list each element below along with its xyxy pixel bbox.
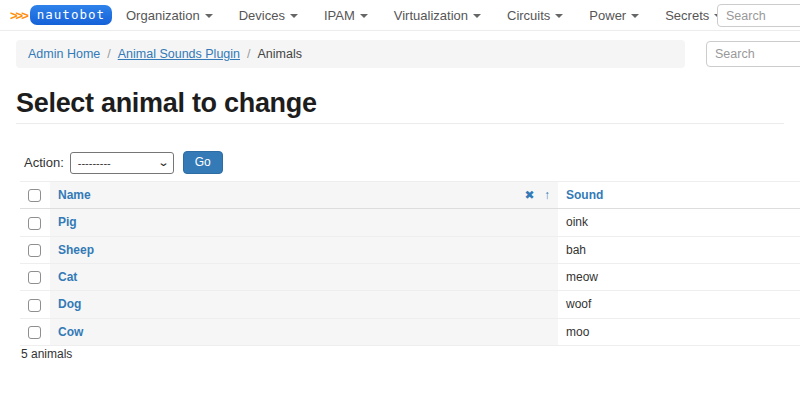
chevron-down-icon (555, 14, 563, 18)
animal-sound-cell: moo (558, 318, 800, 345)
action-select[interactable]: --------- ⌄ (70, 152, 174, 174)
go-button[interactable]: Go (183, 151, 223, 174)
animal-name-link[interactable]: Dog (58, 297, 81, 311)
animal-name-link[interactable]: Cow (58, 325, 83, 339)
navbar-item-label: IPAM (324, 8, 355, 23)
sort-ascending-icon[interactable]: ↑ (544, 188, 550, 202)
navbar-item-circuits[interactable]: Circuits (507, 8, 563, 23)
action-row: Action: --------- ⌄ Go (24, 151, 223, 174)
chevron-down-icon (473, 14, 481, 18)
chevron-down-icon (205, 14, 213, 18)
animal-sound-cell: oink (558, 209, 800, 236)
navbar-item-organization[interactable]: Organization (126, 8, 213, 23)
action-label: Action: (24, 155, 64, 170)
table-body: PigoinkSheepbahCatmeowDogwoofCowmoo (20, 209, 800, 346)
navbar-item-virtualization[interactable]: Virtualization (394, 8, 481, 23)
nautobot-logo[interactable]: >>> nautobot (10, 5, 112, 25)
table-row: Pigoink (20, 209, 800, 236)
row-checkbox[interactable] (28, 326, 41, 339)
navbar-item-devices[interactable]: Devices (239, 8, 298, 23)
chevron-down-icon (360, 14, 368, 18)
navbar-item-label: Secrets (665, 8, 709, 23)
breadcrumb: Admin Home/Animal Sounds Plugin/Animals (16, 40, 685, 68)
navbar-item-label: Power (589, 8, 626, 23)
row-checkbox[interactable] (28, 217, 41, 230)
navbar-item-secrets[interactable]: Secrets (665, 8, 722, 23)
select-all-checkbox[interactable] (28, 189, 41, 202)
animal-sound-cell: woof (558, 291, 800, 318)
animal-sound-cell: bah (558, 236, 800, 263)
navbar-menu: OrganizationDevicesIPAMVirtualizationCir… (126, 8, 800, 23)
top-navbar: >>> nautobot OrganizationDevicesIPAMVirt… (0, 0, 800, 31)
table-row: Cowmoo (20, 318, 800, 345)
app-root: >>> nautobot OrganizationDevicesIPAMVirt… (0, 0, 800, 410)
animals-table: Name ✖ ↑ Sound PigoinkSheepbahCatmeowDog… (20, 181, 800, 346)
title-divider (16, 123, 784, 124)
logo-chevrons-icon: >>> (10, 8, 27, 23)
table-row: Dogwoof (20, 291, 800, 318)
table-row: Sheepbah (20, 236, 800, 263)
navbar-item-label: Organization (126, 8, 200, 23)
result-count: 5 animals (21, 347, 72, 361)
remove-sort-icon[interactable]: ✖ (525, 188, 535, 202)
column-header-name[interactable]: Name (58, 188, 91, 202)
sort-tools: ✖ ↑ (519, 188, 550, 202)
row-checkbox[interactable] (28, 244, 41, 257)
select-chevron-icon: ⌄ (157, 157, 169, 168)
logo-wordmark: nautobot (30, 5, 112, 25)
navbar-item-label: Devices (239, 8, 285, 23)
navbar-search-input[interactable] (717, 4, 800, 27)
animal-sound-cell: meow (558, 263, 800, 290)
chevron-down-icon (631, 14, 639, 18)
chevron-down-icon (290, 14, 298, 18)
table-header: Name ✖ ↑ Sound (20, 182, 800, 209)
page-title: Select animal to change (16, 88, 317, 119)
breadcrumb-item-animal-sounds-plugin[interactable]: Animal Sounds Plugin (118, 47, 240, 61)
breadcrumb-separator: / (107, 47, 110, 61)
animal-name-link[interactable]: Pig (58, 215, 77, 229)
breadcrumb-item-admin-home[interactable]: Admin Home (28, 47, 100, 61)
breadcrumb-search-input[interactable] (706, 41, 800, 67)
navbar-item-label: Circuits (507, 8, 550, 23)
breadcrumb-item-animals: Animals (258, 47, 302, 61)
row-checkbox[interactable] (28, 299, 41, 312)
animal-name-link[interactable]: Sheep (58, 243, 94, 257)
row-checkbox[interactable] (28, 271, 41, 284)
navbar-item-label: Virtualization (394, 8, 468, 23)
navbar-item-power[interactable]: Power (589, 8, 639, 23)
navbar-item-ipam[interactable]: IPAM (324, 8, 368, 23)
action-select-value: --------- (78, 157, 111, 169)
column-header-sound[interactable]: Sound (566, 188, 603, 202)
table-row: Catmeow (20, 263, 800, 290)
breadcrumb-separator: / (247, 47, 250, 61)
animal-name-link[interactable]: Cat (58, 270, 77, 284)
